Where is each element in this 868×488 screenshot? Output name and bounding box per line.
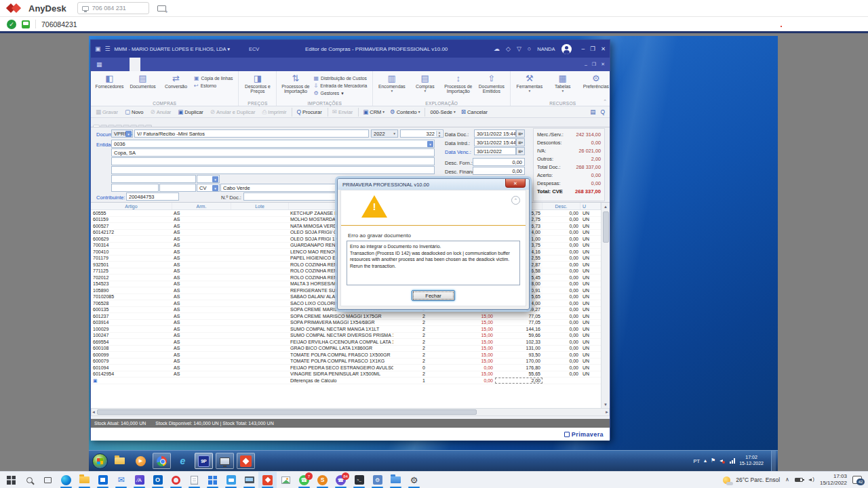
doc-number-field[interactable]: 322▲▼ xyxy=(400,129,443,138)
device-manager-icon[interactable]: ⚙ xyxy=(368,472,387,488)
lookup-icon[interactable]: ▾ xyxy=(125,131,132,137)
error-details[interactable]: Erro ao integrar o Documento no Inventár… xyxy=(347,241,520,285)
ribbon-collapse-icon[interactable]: ⌃ xyxy=(603,99,607,104)
weather-text[interactable]: 26°C Parc. Ensol xyxy=(736,476,780,483)
cancelar-button[interactable]: ⊠ Cancelar xyxy=(458,108,492,117)
notes-icon[interactable]: ▤ xyxy=(590,108,595,115)
fechar-button[interactable]: Fechar xyxy=(412,290,455,301)
task-view-icon[interactable] xyxy=(39,472,57,488)
outlook-icon[interactable]: O xyxy=(149,472,167,488)
processos-importacao-exp-button[interactable]: ↕ Processos de Importação xyxy=(441,73,475,94)
sage-icon[interactable]: S xyxy=(313,472,332,488)
photo-viewer-icon[interactable] xyxy=(277,472,295,488)
scroll-down-icon[interactable]: ▼ xyxy=(604,401,608,408)
new-session-icon[interactable] xyxy=(157,5,166,12)
ribbon-tab[interactable] xyxy=(108,58,119,71)
address-field-1[interactable] xyxy=(111,157,435,165)
desc-forn-field[interactable]: 0,00 xyxy=(473,158,525,166)
scroll-up-icon[interactable]: ▲ xyxy=(604,203,608,210)
folder-app-icon[interactable] xyxy=(387,472,405,488)
grid-row[interactable]: 100029 AS SUMO COMPAL NECTAR MANGA 1X1LT… xyxy=(91,326,610,333)
filter-icon[interactable]: ▽ xyxy=(517,46,521,52)
hidden-icons-icon[interactable]: ∧ xyxy=(785,477,789,483)
viber-icon[interactable]: ☎84 xyxy=(332,472,350,488)
document-tab[interactable] xyxy=(115,125,122,127)
ribbon-tab[interactable] xyxy=(151,58,162,71)
zone-field[interactable] xyxy=(111,184,159,192)
remote-clock[interactable]: 17:0215-12-2022 xyxy=(739,455,764,467)
entity-code-field[interactable]: 0036▾ xyxy=(111,140,435,148)
mail-icon[interactable]: ✉ xyxy=(112,472,130,488)
tabelas-button[interactable]: ▦ Tabelas▾ xyxy=(546,73,579,94)
documentos-emitidos-button[interactable]: ⇧ Documentos Emitidos xyxy=(475,73,508,94)
host-start-button[interactable] xyxy=(2,472,20,488)
conversao-button[interactable]: ⇄ Conversão xyxy=(159,73,193,89)
entrada-mercadoria-button[interactable]: ⇩ Entrada de Mercadoria xyxy=(313,83,369,89)
anydesk-address-tab[interactable]: 706 084 231 xyxy=(77,2,149,14)
grid-row[interactable]: 601094 AS FEIJAO PEDRA SECO ESTRANGEIRO … xyxy=(91,365,610,371)
weather-icon[interactable] xyxy=(723,476,730,484)
sede-selector[interactable]: 000-Sede ▾ xyxy=(425,108,458,117)
postal-code-field[interactable]: ▾ xyxy=(197,175,220,183)
taskbar-anydesk-icon[interactable] xyxy=(237,453,255,469)
grid-row[interactable]: 60142954 AS VINAGRE SIDRA PENINSULAR 1X5… xyxy=(91,371,610,378)
grid-row[interactable]: 603914 AS SOPA PRIMAVERA MAGGI 1X54/68GR… xyxy=(91,320,610,327)
document-tab[interactable] xyxy=(145,125,152,127)
collapse-details-icon[interactable]: ⌃ xyxy=(511,196,520,205)
crm-button[interactable]: ▣ CRM ▾ xyxy=(358,108,387,117)
grid-row[interactable]: 600079 AS TOMATE POLPA COMPAL FRASCO 1X1… xyxy=(91,359,610,365)
data-intrd-field[interactable]: 30/11/2022 15:44 xyxy=(474,138,516,146)
preferencias-button[interactable]: ⚙ Preferências xyxy=(579,73,612,89)
terminal-icon[interactable]: >_ xyxy=(350,472,368,488)
grid-row[interactable]: 669554 AS FEIJAO ERVILHA C/CENOURA COMPA… xyxy=(91,339,610,346)
grid-row[interactable]: 600108 AS GRAO BICO COMPAL LATA 1X860GR … xyxy=(91,346,610,352)
ribbon-tab[interactable] xyxy=(119,58,130,71)
distribuicao-custos-button[interactable]: ▦ Distribuição de Custos xyxy=(313,75,369,81)
scroll-left-icon[interactable]: ◄ xyxy=(92,410,96,414)
country-code-field[interactable]: CV▾ xyxy=(197,184,220,192)
dialog-titlebar[interactable]: PRIMAVERA PROFESSIONAL v10.00 xyxy=(338,179,529,190)
contexto-button[interactable]: ⚙ Contexto ▾ xyxy=(387,108,422,117)
taskbar-primavera-icon[interactable]: 9P xyxy=(195,453,213,469)
taskbar-ie-icon[interactable]: e xyxy=(174,453,192,469)
contribuinte-field[interactable]: 200484753 xyxy=(126,192,179,201)
show-desktop-button[interactable] xyxy=(771,451,776,471)
anular-e-duplicar-button[interactable]: ⊘ Anular e Duplicar xyxy=(208,108,260,117)
keyboard-language[interactable]: PT xyxy=(693,458,700,464)
address-field-2[interactable] xyxy=(111,166,435,174)
zone-field-2[interactable] xyxy=(159,184,196,192)
grid-row[interactable]: Diferenças de Cálculo 1 0,00 2,00 xyxy=(91,378,610,384)
avatar[interactable] xyxy=(561,44,572,54)
lookup-icon[interactable]: ▾ xyxy=(212,176,218,182)
number-spinner[interactable]: ▲▼ xyxy=(436,131,442,136)
duplicar-button[interactable]: ▣ Duplicar xyxy=(175,108,208,117)
vertical-scrollbar[interactable]: ▲ ▼ xyxy=(601,203,610,408)
file-explorer-icon[interactable] xyxy=(75,472,94,488)
novo-button[interactable]: ▢ Novo xyxy=(122,108,148,117)
procurar-button[interactable]: Q Procurar xyxy=(292,108,326,117)
data-doc-field[interactable]: 30/11/2022 15:44 xyxy=(474,129,516,138)
store-icon[interactable] xyxy=(94,472,112,488)
copia-de-linhas-button[interactable]: ▣ Cópia de linhas xyxy=(194,75,235,81)
processos-importacao-button[interactable]: ⇅ Processos de Importação xyxy=(279,73,312,94)
locality-field[interactable] xyxy=(111,175,196,183)
settings-icon[interactable]: ⚙ xyxy=(405,472,423,488)
anular-button[interactable]: ⊘ Anular xyxy=(148,108,176,117)
designer-icon[interactable]: ∕A xyxy=(130,472,149,488)
scrollbar-thumb[interactable] xyxy=(97,409,477,415)
search-icon[interactable]: ○ xyxy=(528,46,531,52)
maximize-button[interactable]: ❐ xyxy=(590,45,595,52)
taskbar-media-icon[interactable]: ▶ xyxy=(132,453,150,469)
lookup-icon[interactable]: ▾ xyxy=(212,185,218,191)
fornecedores-button[interactable]: ◧ Fornecedores xyxy=(93,73,126,89)
document-tab[interactable] xyxy=(93,125,100,127)
notepad-icon[interactable] xyxy=(185,472,203,488)
minimize-button[interactable]: – xyxy=(582,45,585,52)
screen-app-icon[interactable] xyxy=(240,472,258,488)
apps-icon[interactable]: ◇ xyxy=(506,46,511,52)
volume-muted-icon[interactable] xyxy=(719,458,726,464)
grid-row[interactable]: 600099 AS TOMATE POLPA COMPAL FRASCO 1X5… xyxy=(91,352,610,359)
year-select[interactable]: 2022▾ xyxy=(371,129,398,138)
grid-row[interactable]: 100247 AS SUMO COMPAL NECTAR DIVERSOS PR… xyxy=(91,333,610,340)
doc-type-field[interactable]: VPRMS▾ xyxy=(111,129,133,138)
